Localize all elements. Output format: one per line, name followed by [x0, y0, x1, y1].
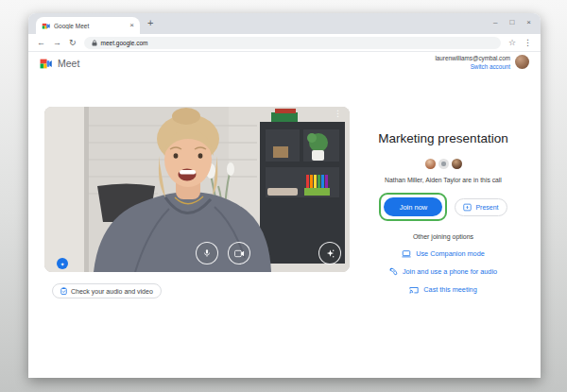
other-joining-options-title: Other joining options: [357, 233, 529, 240]
browser-menu-icon[interactable]: ⋮: [524, 39, 532, 47]
present-label: Present: [475, 204, 498, 211]
effects-button[interactable]: [318, 242, 341, 264]
back-button[interactable]: ←: [37, 39, 45, 47]
use-companion-mode-link[interactable]: Use Companion mode: [357, 249, 529, 258]
option-label: Use Companion mode: [416, 249, 485, 258]
reload-button[interactable]: ↻: [69, 39, 77, 47]
present-icon: [463, 203, 472, 212]
cast-icon: [409, 286, 419, 294]
video-more-icon[interactable]: ⋮: [334, 109, 342, 118]
lock-icon: [92, 40, 97, 46]
browser-window: Google Meet × + – □ × ← → ↻ meet.google.…: [28, 13, 541, 378]
participant-avatar: [425, 159, 436, 169]
option-label: Cast this meeting: [423, 285, 476, 294]
maximize-button[interactable]: □: [509, 16, 514, 29]
microphone-button[interactable]: [196, 242, 218, 264]
tab-strip: Google Meet × + – □ ×: [28, 13, 541, 34]
app-header: Meet: [40, 58, 79, 69]
join-now-highlight-annotation: Join now: [379, 193, 447, 221]
meet-logo-icon: [40, 59, 52, 69]
app-name: Meet: [58, 58, 79, 69]
browser-toolbar: ← → ↻ meet.google.com ☆ ⋮: [28, 34, 541, 52]
address-bar[interactable]: meet.google.com: [84, 37, 501, 49]
url-text: meet.google.com: [101, 40, 148, 46]
tab-close-icon[interactable]: ×: [129, 22, 134, 29]
forward-button[interactable]: →: [53, 39, 61, 47]
check-audio-video-button[interactable]: Check your audio and video: [52, 283, 162, 298]
meeting-title: Marketing presentation: [357, 131, 529, 145]
minimize-button[interactable]: –: [493, 16, 497, 29]
microphone-icon: [202, 248, 212, 258]
participant-avatar: [438, 159, 449, 169]
join-phone-audio-link[interactable]: Join and use a phone for audio: [357, 267, 529, 276]
join-now-button[interactable]: Join now: [384, 197, 442, 216]
camera-icon: [234, 249, 245, 258]
tab-title: Google Meet: [54, 23, 126, 29]
meet-page: Meet laurenwilliams@cymbal.com Switch ac…: [28, 52, 541, 378]
account-avatar[interactable]: [515, 55, 529, 69]
participants-text: Nathan Miller, Aiden Taylor are in this …: [357, 177, 529, 183]
camera-button[interactable]: [228, 242, 250, 264]
present-button[interactable]: Present: [455, 198, 507, 216]
participant-avatar: [452, 159, 462, 169]
join-actions-row: Join now Present: [357, 193, 529, 221]
companion-mode-icon: [402, 250, 411, 258]
close-button[interactable]: ×: [526, 16, 531, 29]
browser-tab-google-meet[interactable]: Google Meet ×: [36, 17, 140, 34]
switch-account-link[interactable]: Switch account: [435, 62, 510, 71]
option-label: Join and use a phone for audio: [403, 267, 497, 276]
meeting-panel: Marketing presentation Nathan Miller, Ai…: [357, 131, 529, 294]
new-tab-button[interactable]: +: [147, 17, 153, 28]
desktop: { "browser": { "tab_title": "Google Meet…: [0, 0, 567, 392]
phone-audio-icon: [389, 267, 398, 276]
audio-video-check-icon: [60, 287, 67, 295]
bookmark-star-icon[interactable]: ☆: [508, 39, 516, 47]
account-info: laurenwilliams@cymbal.com Switch account: [435, 54, 510, 72]
participant-avatars: [357, 159, 529, 169]
account-email: laurenwilliams@cymbal.com: [435, 54, 510, 62]
effects-applied-badge: ✦: [57, 258, 68, 269]
cast-meeting-link[interactable]: Cast this meeting: [357, 285, 529, 294]
meet-favicon-icon: [42, 22, 50, 30]
window-controls: – □ ×: [493, 16, 531, 29]
check-audio-video-label: Check your audio and video: [71, 288, 153, 295]
video-preview: ⋮: [44, 107, 350, 272]
sparkle-icon: [325, 248, 335, 259]
